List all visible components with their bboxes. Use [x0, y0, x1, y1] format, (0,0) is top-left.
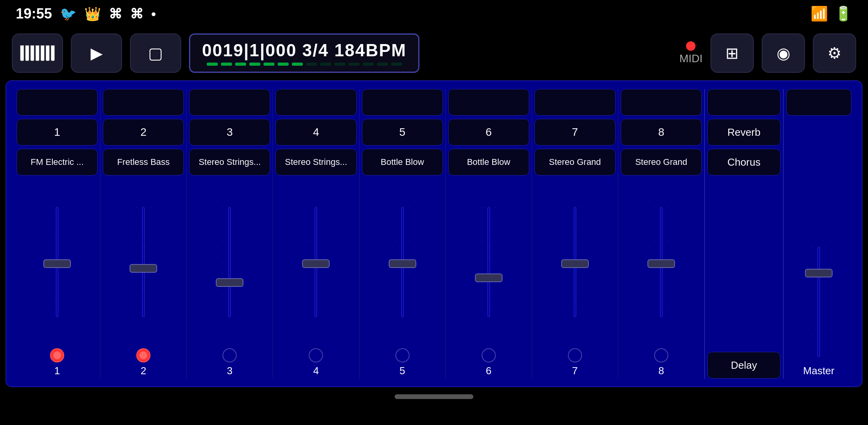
channel-bottom-4: 4 [309, 348, 323, 379]
cmd-icon-1: ⌘ [109, 6, 122, 22]
channel-name-btn-1[interactable]: FM Electric ... [17, 149, 98, 176]
channel-top-7[interactable] [534, 89, 616, 116]
fader-track-1[interactable] [56, 207, 58, 317]
status-left: 19:55 🐦 👑 ⌘ ⌘ • [16, 6, 156, 22]
record-btn-1[interactable] [50, 348, 64, 362]
delay-button[interactable]: Delay [707, 352, 781, 379]
transport-progress [207, 63, 402, 66]
record-btn-2[interactable] [136, 348, 150, 362]
fader-area-6 [448, 179, 529, 345]
channel-name-btn-8[interactable]: Stereo Grand [621, 149, 702, 176]
fader-track-3[interactable] [228, 207, 231, 317]
fader-track-2[interactable] [142, 207, 145, 317]
fader-handle-2[interactable] [130, 264, 157, 273]
channel-num-btn-6[interactable]: 6 [448, 119, 529, 146]
channel-bottom-6: 6 [482, 348, 496, 379]
channel-strip-4: 4 Stereo Strings... 4 [273, 89, 359, 379]
fader-area-3 [189, 179, 270, 345]
facebook-icon: 🐦 [60, 6, 76, 22]
fader-track-5[interactable] [401, 207, 404, 317]
channel-top-2[interactable] [103, 89, 184, 116]
battery-icon: 🔋 [835, 6, 852, 22]
fader-area-8 [621, 179, 702, 345]
scrollbar-container [0, 389, 868, 405]
channel-label-6: 6 [486, 365, 491, 377]
channel-strip-6: 6 Bottle Blow 6 [446, 89, 532, 379]
record-btn-4[interactable] [309, 348, 323, 362]
channel-top-1[interactable] [17, 89, 98, 116]
channel-num-btn-4[interactable]: 4 [275, 119, 356, 146]
channel-name-btn-3[interactable]: Stereo Strings... [189, 149, 270, 176]
channel-num-btn-8[interactable]: 8 [621, 119, 702, 146]
reverb-button[interactable]: Reverb [707, 119, 781, 146]
fader-handle-5[interactable] [389, 259, 416, 268]
record-btn-5[interactable] [395, 348, 410, 362]
channel-num-btn-3[interactable]: 3 [189, 119, 270, 146]
fader-area-1 [17, 179, 98, 345]
channel-strip-2: 2 Fretless Bass 2 [100, 89, 187, 379]
channel-strip-7: 7 Stereo Grand 7 [532, 89, 618, 379]
fader-track-8[interactable] [660, 207, 662, 317]
channel-label-1: 1 [54, 365, 60, 377]
knob-icon: ◉ [777, 44, 790, 62]
channel-top-8[interactable] [621, 89, 702, 116]
master-top-empty[interactable] [786, 89, 851, 116]
record-btn-7[interactable] [568, 348, 582, 362]
fader-handle-3[interactable] [216, 278, 243, 287]
fader-track-6[interactable] [488, 207, 490, 317]
midi-label: MIDI [679, 52, 703, 65]
channel-bottom-2: 2 [136, 348, 150, 379]
channel-num-btn-1[interactable]: 1 [17, 119, 98, 146]
play-icon: ▶ [91, 44, 103, 62]
scrollbar-thumb[interactable] [395, 394, 473, 399]
fader-track-7[interactable] [574, 207, 576, 317]
fader-handle-4[interactable] [302, 259, 330, 268]
piano-button[interactable] [12, 33, 63, 73]
record-btn-3[interactable] [223, 348, 237, 362]
time-display: 19:55 [16, 6, 52, 22]
master-fader-track[interactable] [818, 247, 820, 357]
fader-area-7 [534, 179, 616, 345]
channel-label-8: 8 [658, 365, 664, 377]
channel-strip-5: 5 Bottle Blow 5 [360, 89, 446, 379]
channel-top-4[interactable] [275, 89, 356, 116]
stop-button[interactable]: ▢ [130, 33, 181, 73]
fader-handle-6[interactable] [475, 273, 503, 282]
fader-handle-8[interactable] [647, 259, 675, 268]
fader-handle-7[interactable] [561, 259, 589, 268]
channel-strip-8: 8 Stereo Grand 8 [618, 89, 704, 379]
channel-bottom-3: 3 [223, 348, 237, 379]
fader-handle-1[interactable] [43, 259, 71, 268]
chorus-button[interactable]: Chorus [707, 149, 781, 176]
channel-num-btn-2[interactable]: 2 [103, 119, 184, 146]
record-btn-6[interactable] [482, 348, 496, 362]
channel-top-3[interactable] [189, 89, 270, 116]
channel-name-btn-5[interactable]: Bottle Blow [362, 149, 443, 176]
grid-button[interactable]: ⊞ [710, 33, 754, 73]
channel-name-btn-6[interactable]: Bottle Blow [448, 149, 529, 176]
channel-top-6[interactable] [448, 89, 529, 116]
transport-display[interactable]: 0019|1|000 3/4 184BPM [189, 33, 419, 73]
status-bar: 19:55 🐦 👑 ⌘ ⌘ • 📶 🔋 [0, 0, 868, 28]
master-fader-handle[interactable] [805, 269, 833, 277]
fader-track-4[interactable] [315, 207, 317, 317]
channel-bottom-5: 5 [395, 348, 410, 379]
channel-top-5[interactable] [362, 89, 443, 116]
channel-num-btn-7[interactable]: 7 [534, 119, 616, 146]
master-channel-bottom: Master [803, 365, 834, 379]
channel-name-btn-4[interactable]: Stereo Strings... [275, 149, 356, 176]
toolbar: ▶ ▢ 0019|1|000 3/4 184BPM MIDI ⊞ [0, 28, 868, 79]
play-button[interactable]: ▶ [71, 33, 122, 73]
settings-button[interactable]: ⚙ [813, 33, 856, 73]
channel-strip-1: 1 FM Electric ... 1 [14, 89, 100, 379]
effect-top-empty[interactable] [707, 89, 781, 116]
main-channels: 1 FM Electric ... 1 2 Fretless Bass 2 [14, 89, 704, 379]
channel-bottom-8: 8 [654, 348, 668, 379]
knob-button[interactable]: ◉ [762, 33, 805, 73]
grid-icon: ⊞ [725, 44, 739, 62]
channel-name-btn-7[interactable]: Stereo Grand [534, 149, 616, 176]
cmd-icon-2: ⌘ [130, 6, 143, 22]
record-btn-8[interactable] [654, 348, 668, 362]
channel-name-btn-2[interactable]: Fretless Bass [103, 149, 184, 176]
channel-num-btn-5[interactable]: 5 [362, 119, 443, 146]
